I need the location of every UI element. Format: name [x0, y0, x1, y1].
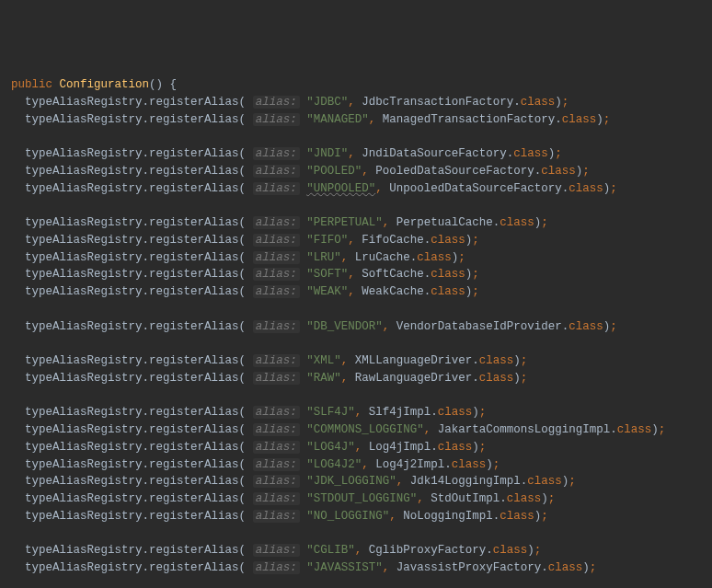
class-keyword: class [562, 113, 597, 126]
register-alias-call: registerAlias [149, 492, 239, 505]
param-hint: alias: [253, 492, 300, 505]
param-hint: alias: [253, 458, 300, 471]
alias-string: "NO_LOGGING" [306, 510, 389, 523]
class-keyword: class [548, 561, 583, 574]
register-alias-line: typeAliasRegistry.registerAlias( alias: … [11, 163, 701, 180]
register-alias-call: registerAlias [149, 165, 239, 178]
registry-ident: typeAliasRegistry [25, 354, 143, 367]
register-alias-call: registerAlias [149, 216, 239, 229]
register-alias-line: typeAliasRegistry.registerAlias( alias: … [11, 266, 701, 283]
class-ref: RawLanguageDriver [355, 372, 473, 385]
alias-string: "JDK_LOGGING" [306, 475, 396, 488]
register-alias-call: registerAlias [149, 441, 239, 454]
registry-ident: typeAliasRegistry [25, 285, 143, 298]
class-keyword: class [438, 441, 473, 454]
registry-ident: typeAliasRegistry [25, 234, 143, 247]
param-hint: alias: [253, 510, 300, 523]
registry-ident: typeAliasRegistry [25, 423, 143, 436]
registry-ident: typeAliasRegistry [25, 441, 143, 454]
class-ref: SoftCache [362, 268, 424, 281]
method-signature: public Configuration() { [11, 76, 701, 94]
alias-string: "LRU" [306, 251, 341, 264]
class-ref: ManagedTransactionFactory [383, 113, 556, 126]
class-keyword: class [493, 544, 528, 557]
class-ref: NoLoggingImpl [403, 510, 493, 523]
register-alias-line: typeAliasRegistry.registerAlias( alias: … [11, 283, 701, 301]
register-alias-line: typeAliasRegistry.registerAlias( alias: … [11, 421, 701, 439]
registry-ident: typeAliasRegistry [25, 147, 143, 160]
class-ref: VendorDatabaseIdProvider [396, 320, 562, 333]
class-ref: XMLLanguageDriver [355, 354, 473, 367]
blank-line [11, 525, 701, 543]
param-hint: alias: [253, 372, 300, 385]
param-hint: alias: [253, 475, 300, 488]
register-alias-call: registerAlias [149, 561, 239, 574]
registry-ident: typeAliasRegistry [25, 96, 143, 109]
registry-ident: typeAliasRegistry [25, 113, 143, 126]
class-ref: JndiDataSourceFactory [362, 147, 507, 160]
param-hint: alias: [253, 234, 300, 247]
register-alias-line: typeAliasRegistry.registerAlias( alias: … [11, 232, 701, 249]
alias-string: "LOG4J" [306, 441, 355, 454]
register-alias-line: typeAliasRegistry.registerAlias( alias: … [11, 180, 701, 198]
registry-ident: typeAliasRegistry [25, 320, 143, 333]
register-alias-line: typeAliasRegistry.registerAlias( alias: … [11, 318, 701, 336]
class-keyword: class [568, 320, 603, 333]
alias-string: "XML" [306, 354, 341, 367]
registry-ident: typeAliasRegistry [25, 458, 143, 471]
register-alias-line: typeAliasRegistry.registerAlias( alias: … [11, 508, 701, 525]
alias-string: "JNDI" [306, 147, 348, 160]
class-ref: PooledDataSourceFactory [375, 165, 534, 178]
class-keyword: class [500, 216, 534, 229]
registry-ident: typeAliasRegistry [25, 561, 143, 574]
param-hint: alias: [253, 268, 300, 281]
register-alias-line: typeAliasRegistry.registerAlias( alias: … [11, 214, 701, 232]
register-alias-call: registerAlias [149, 320, 239, 333]
register-alias-call: registerAlias [149, 182, 239, 195]
alias-string: "JAVASSIST" [306, 561, 383, 574]
registry-ident: typeAliasRegistry [25, 251, 143, 264]
code-editor[interactable]: public Configuration() { typeAliasRegist… [11, 76, 701, 588]
param-hint: alias: [253, 251, 300, 264]
register-alias-line: typeAliasRegistry.registerAlias( alias: … [11, 111, 701, 129]
alias-string: "UNPOOLED" [306, 182, 375, 195]
param-hint: alias: [253, 561, 300, 574]
alias-string: "COMMONS_LOGGING" [306, 423, 424, 436]
class-ref: LruCache [355, 251, 410, 264]
register-alias-call: registerAlias [149, 354, 239, 367]
alias-string: "STDOUT_LOGGING" [306, 492, 417, 505]
class-keyword: class [417, 251, 452, 264]
param-hint: alias: [253, 320, 300, 333]
alias-string: "POOLED" [306, 165, 362, 178]
register-alias-call: registerAlias [149, 406, 239, 419]
param-hint: alias: [253, 423, 300, 436]
blank-line [11, 387, 701, 405]
register-alias-line: typeAliasRegistry.registerAlias( alias: … [11, 439, 701, 456]
blank-line [11, 128, 701, 145]
registry-ident: typeAliasRegistry [25, 544, 143, 557]
registry-ident: typeAliasRegistry [25, 510, 143, 523]
registry-ident: typeAliasRegistry [25, 268, 143, 281]
class-ref: JakartaCommonsLoggingImpl [438, 423, 611, 436]
registry-ident: typeAliasRegistry [25, 475, 143, 488]
alias-string: "SOFT" [306, 268, 348, 281]
alias-string: "LOG4J2" [306, 458, 362, 471]
class-ref: JavassistProxyFactory [396, 561, 542, 574]
class-keyword: class [479, 354, 514, 367]
class-ref: JdbcTransactionFactory [362, 96, 513, 109]
register-alias-line: typeAliasRegistry.registerAlias( alias: … [11, 456, 701, 474]
param-hint: alias: [253, 354, 300, 367]
class-keyword: class [431, 268, 465, 281]
alias-string: "CGLIB" [306, 544, 355, 557]
register-alias-line: typeAliasRegistry.registerAlias( alias: … [11, 94, 701, 111]
class-ref: Log4j2Impl [375, 458, 444, 471]
registry-ident: typeAliasRegistry [25, 492, 143, 505]
alias-string: "PERPETUAL" [306, 216, 383, 229]
keyword-public: public [11, 78, 52, 91]
alias-string: "RAW" [306, 372, 341, 385]
class-keyword: class [527, 475, 562, 488]
register-alias-line: typeAliasRegistry.registerAlias( alias: … [11, 145, 701, 163]
register-alias-line: typeAliasRegistry.registerAlias( alias: … [11, 542, 701, 559]
register-alias-line: typeAliasRegistry.registerAlias( alias: … [11, 559, 701, 577]
blank-line [11, 335, 701, 352]
